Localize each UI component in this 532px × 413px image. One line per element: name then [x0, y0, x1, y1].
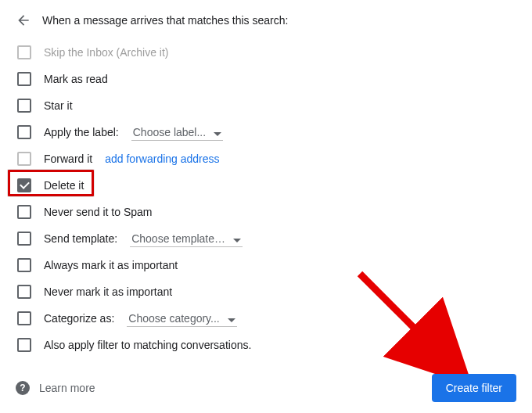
header-row: When a message arrives that matches this… [16, 13, 516, 28]
checkbox-apply-label[interactable] [17, 125, 31, 139]
label-apply-label: Apply the label: [44, 126, 119, 138]
dropdown-apply-label-text: Choose label... [133, 126, 206, 138]
checkbox-send-template[interactable] [17, 232, 31, 246]
checkbox-always-important[interactable] [17, 258, 31, 272]
label-also-apply: Also apply filter to matching conversati… [44, 339, 251, 351]
learn-more-text: Learn more [39, 382, 95, 394]
option-also-apply: Also apply filter to matching conversati… [16, 332, 516, 358]
checkbox-forward[interactable] [17, 152, 31, 166]
caret-down-icon [214, 126, 221, 138]
label-mark-read: Mark as read [44, 73, 108, 85]
dropdown-categorize[interactable]: Choose category... [127, 311, 236, 327]
label-forward: Forward it [44, 153, 92, 165]
label-never-spam: Never send it to Spam [44, 206, 153, 218]
filter-dialog: When a message arrives that matches this… [0, 0, 532, 371]
create-filter-button[interactable]: Create filter [432, 374, 516, 402]
label-delete: Delete it [44, 179, 84, 192]
option-never-important: Never mark it as important [16, 278, 516, 305]
label-never-important: Never mark it as important [44, 286, 172, 298]
checkbox-categorize[interactable] [17, 311, 31, 325]
help-icon: ? [16, 381, 30, 395]
label-always-important: Always mark it as important [44, 259, 178, 271]
option-always-important: Always mark it as important [16, 252, 516, 278]
option-apply-label: Apply the label: Choose label... [16, 119, 516, 145]
option-forward: Forward it add forwarding address [16, 145, 516, 172]
option-delete: Delete it [16, 172, 516, 199]
checkbox-delete[interactable] [17, 178, 31, 192]
option-skip-inbox: Skip the Inbox (Archive it) [16, 39, 516, 66]
caret-down-icon [228, 312, 235, 325]
footer: ? Learn more Create filter [16, 374, 516, 402]
caret-down-icon [233, 232, 241, 245]
dropdown-categorize-text: Choose category... [128, 312, 219, 325]
option-never-spam: Never send it to Spam [16, 199, 516, 225]
option-categorize: Categorize as: Choose category... [16, 305, 516, 332]
option-star: Star it [16, 92, 516, 119]
checkbox-also-apply[interactable] [17, 338, 31, 352]
label-send-template: Send template: [44, 232, 117, 245]
dropdown-send-template[interactable]: Choose template… [130, 231, 243, 247]
back-arrow-icon[interactable] [16, 13, 31, 28]
header-text: When a message arrives that matches this… [42, 14, 288, 27]
option-mark-read: Mark as read [16, 66, 516, 92]
option-send-template: Send template: Choose template… [16, 225, 516, 252]
label-categorize: Categorize as: [44, 312, 114, 325]
dropdown-apply-label[interactable]: Choose label... [131, 124, 223, 141]
checkbox-mark-read[interactable] [17, 72, 31, 86]
learn-more-link[interactable]: ? Learn more [16, 381, 95, 395]
label-skip-inbox: Skip the Inbox (Archive it) [44, 46, 169, 59]
dropdown-send-template-text: Choose template… [131, 232, 225, 245]
checkbox-never-spam[interactable] [17, 205, 31, 219]
checkbox-star[interactable] [17, 99, 31, 113]
label-star: Star it [44, 99, 73, 112]
checkbox-skip-inbox[interactable] [17, 45, 31, 59]
checkbox-never-important[interactable] [17, 285, 31, 299]
link-add-forwarding[interactable]: add forwarding address [105, 153, 219, 165]
